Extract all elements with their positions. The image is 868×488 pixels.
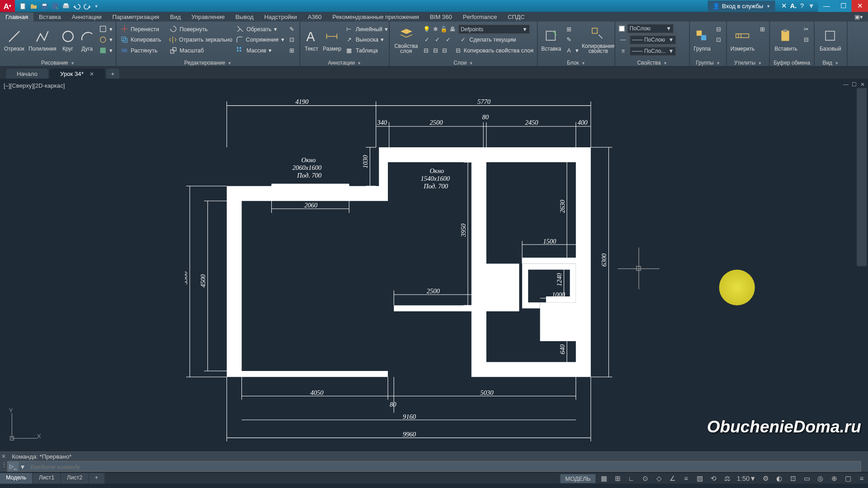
grid-toggle[interactable]: ▦	[597, 473, 610, 484]
move-button[interactable]: Перенести	[119, 24, 167, 34]
help-icon[interactable]: ?	[800, 2, 804, 9]
undo-icon[interactable]	[72, 2, 80, 10]
ribbon-tab-a360[interactable]: A360	[302, 13, 327, 22]
mirror-button[interactable]: Отразить зеркально	[168, 35, 233, 45]
misc-draw-2[interactable]: ▾	[97, 35, 113, 45]
fillet-button[interactable]: Сопряжение ▾	[235, 35, 285, 45]
props-panel-title[interactable]: Свойства▼	[618, 59, 687, 66]
line-button[interactable]: Отрезок	[2, 23, 26, 57]
annot-panel-title[interactable]: Аннотации▼	[302, 59, 387, 66]
modelspace-badge[interactable]: МОДЕЛЬ	[561, 474, 595, 483]
clip-copy-button[interactable]: ⊟	[801, 35, 811, 45]
util-extra[interactable]: ⊞	[757, 24, 768, 34]
trim-button[interactable]: Обрезать ▾	[235, 24, 285, 34]
rotate-button[interactable]: Повернуть	[168, 24, 233, 34]
command-prompt-icon[interactable]: ▷_	[8, 462, 19, 471]
ribbon-tab-insert[interactable]: Вставка	[33, 13, 66, 22]
modify-extra-2[interactable]: ⊡	[287, 35, 297, 45]
cut-button[interactable]: ✂	[801, 24, 811, 34]
layout1-tab[interactable]: Лист1	[33, 473, 61, 484]
new-icon[interactable]	[19, 2, 27, 10]
viewport-label[interactable]: [–][Сверху][2D-каркас]	[4, 82, 65, 89]
osnap-toggle[interactable]: ◇	[652, 473, 665, 484]
clipboard-panel-title[interactable]: Буфер обмена	[772, 59, 811, 66]
drawing-canvas[interactable]: [–][Сверху][2D-каркас] — ☐ ✕	[0, 79, 868, 451]
command-line[interactable]: ▷_ ▼	[7, 461, 861, 472]
scale-display[interactable]: 1:50▼	[735, 473, 759, 484]
block-create-button[interactable]: ⊞	[564, 24, 580, 34]
exchange-icon[interactable]: ✕	[781, 2, 787, 10]
vp-close-icon[interactable]: ✕	[859, 81, 866, 88]
scale-button[interactable]: Масштаб	[168, 45, 233, 55]
table-button[interactable]: ▦Таблица	[344, 45, 389, 55]
save-icon[interactable]	[40, 2, 48, 10]
cycling-toggle[interactable]: ⟲	[707, 473, 720, 484]
cleanscreen-toggle[interactable]: ▢	[841, 473, 854, 484]
open-icon[interactable]	[29, 2, 38, 10]
plot-icon[interactable]	[61, 2, 70, 10]
close-button[interactable]: ✕	[852, 0, 868, 12]
units-toggle[interactable]: ⊡	[787, 473, 800, 484]
block-edit-button[interactable]: ✎	[564, 35, 580, 45]
ungroup-button[interactable]: ⊟	[713, 24, 724, 34]
signin-button[interactable]: 👤Вход в службы▼	[708, 0, 775, 11]
base-view-button[interactable]: Базовый	[817, 23, 844, 57]
array-button[interactable]: Массив ▾	[235, 45, 285, 55]
misc-draw-3[interactable]: ▾	[97, 45, 113, 55]
ribbon-tab-featured[interactable]: Рекомендованные приложения	[327, 13, 425, 22]
cmd-close-icon[interactable]: ✕	[1, 453, 7, 459]
ribbon-tab-home[interactable]: Главная	[0, 13, 33, 22]
insert-button[interactable]: Вставка	[540, 23, 562, 57]
misc-draw-1[interactable]: ▾	[97, 24, 113, 34]
layout2-tab[interactable]: Лист2	[61, 473, 89, 484]
layers-panel-title[interactable]: Слои▼	[392, 59, 534, 66]
dimension-button[interactable]: Размер	[321, 23, 342, 57]
ribbon-tab-spds[interactable]: СПДС	[502, 13, 530, 22]
modify-extra-3[interactable]: ⊞	[287, 45, 297, 55]
cmd-handle-icon[interactable]: ⋮	[1, 462, 7, 468]
arc-button[interactable]: Дуга	[78, 23, 96, 57]
stretch-button[interactable]: Растянуть	[119, 45, 167, 55]
transparency-toggle[interactable]: ▨	[693, 473, 706, 484]
app-menu-button[interactable]: A▾	[0, 0, 15, 12]
maximize-button[interactable]: ☐	[835, 0, 852, 12]
copy-button[interactable]: Копировать	[119, 35, 167, 45]
groups-panel-title[interactable]: Группы▼	[692, 59, 724, 66]
otrack-toggle[interactable]: ∠	[666, 473, 679, 484]
group-edit-button[interactable]: ⊡	[713, 35, 724, 45]
snap-toggle[interactable]: ⊞	[611, 473, 624, 484]
modify-extra-1[interactable]: ✎	[287, 24, 297, 34]
text-button[interactable]: AТекст	[302, 23, 321, 57]
annoscale-icon[interactable]: ⚖	[721, 473, 734, 484]
draw-panel-title[interactable]: Рисование▼	[2, 59, 113, 66]
lineweight-toggle[interactable]: ≡	[679, 473, 693, 484]
view-panel-title[interactable]: Вид▼	[817, 59, 844, 66]
close-tab-icon[interactable]: ✕	[90, 71, 94, 77]
block-panel-title[interactable]: Блок▼	[540, 59, 613, 66]
polar-toggle[interactable]: ⊙	[638, 473, 651, 484]
ribbon-tab-bim360[interactable]: BIM 360	[425, 13, 458, 22]
leader-button[interactable]: ↗Выноска ▾	[344, 35, 389, 45]
linetype-dropdown[interactable]: ≡—— ПоСло...▼	[618, 46, 687, 56]
drawing-tab[interactable]: Урок 34*✕	[49, 69, 105, 79]
block-attr-button[interactable]: A▾	[564, 45, 580, 55]
matchprops-button[interactable]: Копирование свойств	[581, 23, 616, 57]
ribbon-tab-view[interactable]: Вид	[165, 13, 186, 22]
command-input[interactable]	[27, 463, 860, 470]
ribbon-tab-output[interactable]: Вывод	[230, 13, 259, 22]
layer-props-button[interactable]: Свойства слоя	[392, 23, 420, 57]
ortho-toggle[interactable]: ∟	[625, 473, 638, 484]
start-tab[interactable]: Начало	[6, 69, 48, 79]
group-button[interactable]: Группа	[692, 23, 712, 57]
quickprops-toggle[interactable]: ▭	[800, 473, 813, 484]
modify-panel-title[interactable]: Редактирование▼	[119, 59, 297, 66]
polyline-button[interactable]: Полилиния	[27, 23, 57, 57]
ribbon-tab-addins[interactable]: Надстройки	[259, 13, 302, 22]
hardware-toggle[interactable]: ⊕	[828, 473, 841, 484]
customize-status[interactable]: ≡	[855, 473, 868, 484]
color-dropdown[interactable]: ПоСлою▼	[618, 23, 687, 33]
model-tab[interactable]: Модель	[0, 473, 33, 484]
ribbon-tab-manage[interactable]: Управление	[186, 13, 230, 22]
annomon-toggle[interactable]: ◐	[773, 473, 786, 484]
circle-button[interactable]: Круг	[59, 23, 77, 57]
